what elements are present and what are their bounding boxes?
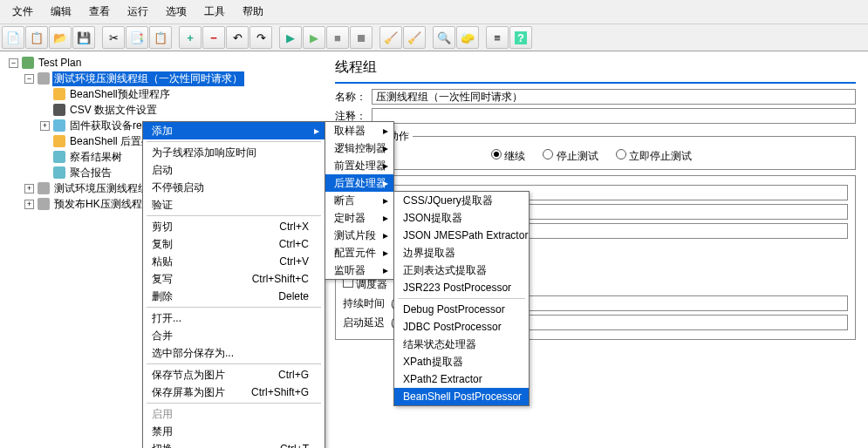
ctx-item[interactable]: 测试片段▸ [325, 227, 393, 244]
tb-redo[interactable] [249, 26, 272, 49]
ctx-item[interactable]: 结果状态处理器 [394, 336, 529, 353]
ctx-item[interactable]: 选中部分保存为... [143, 344, 325, 362]
templates-icon [30, 31, 44, 44]
menu-run[interactable]: 运行 [119, 2, 157, 22]
submenu-arrow-icon: ▸ [383, 194, 388, 207]
run-icon [286, 31, 295, 44]
ctx-item[interactable]: 剪切Ctrl+X [143, 218, 325, 235]
tree-item[interactable]: CSV 数据文件设置 [5, 102, 323, 118]
expand-icon[interactable]: + [24, 200, 34, 209]
gear-icon [38, 198, 50, 210]
submenu-arrow-icon: ▸ [383, 160, 388, 172]
tb-search[interactable] [433, 26, 455, 49]
ctx-item[interactable]: 打开... [143, 309, 325, 327]
tb-function[interactable] [486, 26, 509, 49]
ctx-item[interactable]: 保存节点为图片Ctrl+G [143, 366, 325, 384]
gear-icon [38, 72, 50, 85]
copy-icon [130, 31, 144, 44]
expand-icon[interactable]: + [40, 121, 50, 131]
ctx-item[interactable]: 复写Ctrl+Shift+C [143, 270, 325, 288]
comment-input[interactable] [372, 108, 856, 124]
redo-icon [256, 31, 266, 44]
tb-open[interactable] [49, 26, 72, 49]
tree-root-label: Test Plan [37, 57, 83, 69]
ctx-item[interactable]: 启动 [143, 161, 325, 179]
tree-item-label: 预发布HK压测线程组 [52, 197, 154, 212]
ctx-item[interactable]: 定时器▸ [325, 209, 393, 227]
ctx-item[interactable]: 复制Ctrl+C [143, 235, 325, 253]
shortcut-label: Ctrl+G [278, 369, 309, 381]
ctx-item[interactable]: Debug PostProcessor [394, 301, 529, 318]
ctx-item[interactable]: 边界提取器 [394, 244, 529, 261]
shortcut-label: Ctrl+V [279, 255, 309, 268]
ctx-item[interactable]: 逻辑控制器▸ [325, 139, 393, 157]
tb-cut[interactable] [102, 26, 125, 49]
ctx-item[interactable]: 验证 [143, 196, 325, 214]
menu-file[interactable]: 文件 [3, 2, 42, 22]
radio-stop-test[interactable]: 停止测试 [543, 149, 598, 164]
ctx-item[interactable]: 启用 [143, 405, 325, 423]
tb-templates[interactable] [25, 26, 48, 49]
tb-start[interactable] [279, 26, 302, 49]
tb-shutdown[interactable] [350, 26, 372, 49]
clear-all-icon [407, 31, 421, 44]
submenu-arrow-icon: ▸ [383, 247, 388, 259]
radio-continue[interactable]: 继续 [491, 149, 525, 164]
tb-paste[interactable] [149, 26, 172, 49]
ctx-item[interactable]: 粘贴Ctrl+V [143, 253, 325, 270]
ctx-item[interactable]: JSR223 PostProcessor [394, 279, 529, 296]
tb-save[interactable] [72, 26, 95, 49]
tb-clear[interactable] [379, 26, 402, 49]
tb-collapse[interactable] [202, 26, 225, 49]
menu-tools[interactable]: 工具 [195, 2, 234, 22]
tb-expand[interactable] [179, 26, 202, 49]
tree-item[interactable]: BeanShell预处理程序 [5, 86, 323, 102]
ctx-item[interactable]: XPath2 Extractor [394, 370, 529, 388]
radio-stop-now[interactable]: 立即停止测试 [616, 149, 692, 164]
ctx-item[interactable]: JSON提取器 [394, 209, 529, 227]
tree-root[interactable]: −Test Plan [5, 55, 323, 71]
collapse-icon[interactable]: − [24, 74, 34, 84]
ctx-item[interactable]: BeanShell PostProcessor [394, 388, 529, 405]
ctx-item[interactable]: 取样器▸ [325, 122, 393, 139]
ctx-item[interactable]: 配置元件▸ [325, 244, 393, 261]
tree-selected-threadgroup[interactable]: −测试环境压测线程组（一次性同时请求） [5, 71, 323, 86]
expand-icon[interactable]: + [24, 184, 34, 193]
tb-help[interactable] [509, 26, 532, 49]
menu-view[interactable]: 查看 [80, 2, 119, 22]
tb-clear-all[interactable] [403, 26, 426, 49]
collapse-icon[interactable]: − [9, 58, 18, 68]
tb-new[interactable] [2, 26, 24, 49]
ctx-item[interactable]: JSON JMESPath Extractor [394, 227, 529, 244]
ctx-item[interactable]: CSS/JQuery提取器 [394, 192, 529, 209]
tb-copy[interactable] [126, 26, 148, 49]
tb-undo[interactable] [226, 26, 249, 49]
menu-options[interactable]: 选项 [157, 2, 195, 22]
ctx-item[interactable]: 切换Ctrl+T [143, 440, 325, 448]
ctx-item[interactable]: XPath提取器 [394, 353, 529, 370]
menu-help[interactable]: 帮助 [234, 2, 272, 22]
ctx-item[interactable]: JDBC PostProcessor [394, 318, 529, 336]
ctx-item[interactable]: 删除Delete [143, 288, 325, 305]
ctx-item[interactable]: 前置处理器▸ [325, 157, 393, 174]
ctx-item[interactable]: 正则表达式提取器 [394, 261, 529, 279]
ctx-item[interactable]: 不停顿启动 [143, 179, 325, 196]
radio-icon [543, 149, 553, 160]
name-input[interactable] [372, 89, 856, 105]
ctx-item[interactable]: 合并 [143, 327, 325, 344]
gear-icon [38, 182, 50, 194]
ctx-item[interactable]: 保存屏幕为图片Ctrl+Shift+G [143, 384, 325, 401]
menu-edit[interactable]: 编辑 [42, 2, 80, 22]
ctx-item[interactable]: 为子线程添加响应时间 [143, 144, 325, 161]
tb-reset-search[interactable] [456, 26, 479, 49]
ctx-item[interactable]: 后置处理器▸ [325, 174, 393, 192]
testplan-icon [22, 57, 34, 69]
ctx-item[interactable]: 添加▸ [143, 122, 325, 139]
cut-icon [109, 31, 119, 44]
tb-start-no-pause[interactable] [303, 26, 325, 49]
ctx-item[interactable]: 禁用 [143, 423, 325, 440]
run-nopause-icon [310, 31, 318, 44]
ctx-item[interactable]: 断言▸ [325, 192, 393, 209]
ctx-item[interactable]: 监听器▸ [325, 261, 393, 279]
tb-stop[interactable] [326, 26, 349, 49]
